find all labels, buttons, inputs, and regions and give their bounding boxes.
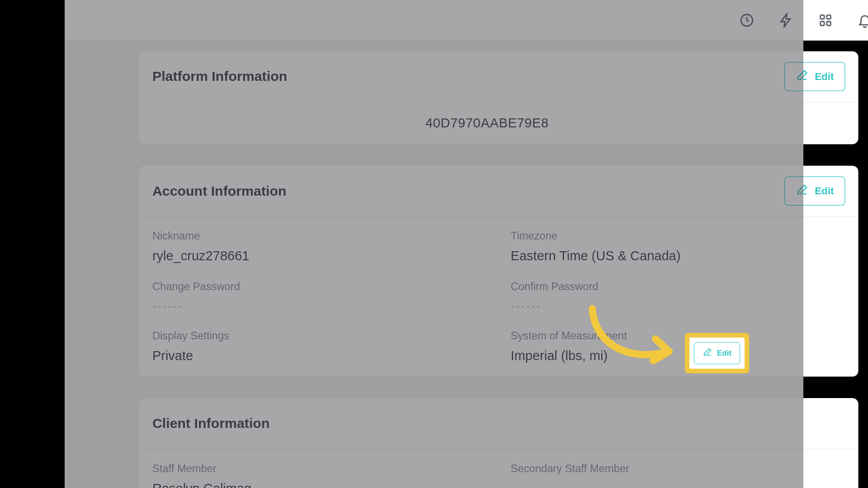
account-information-card: Account Information Edit Nickname ryle_c… (139, 166, 859, 377)
change-password-label: Change Password (152, 281, 487, 293)
svg-rect-1 (821, 15, 825, 19)
highlight-callout: Edit (689, 338, 745, 369)
measurement-value: Imperial (lbs, mi) (511, 348, 845, 363)
account-info-title: Account Information (152, 183, 287, 199)
timezone-value: Eastern Time (US & Canada) (511, 249, 845, 264)
edit-account-button[interactable]: Edit (784, 176, 845, 206)
edit-platform-label: Edit (815, 70, 834, 82)
edit-client-label: Edit (717, 349, 731, 358)
edit-icon (796, 69, 809, 85)
staff-member-value: Roselyn Calimag (152, 481, 487, 488)
timezone-label: Timezone (511, 230, 845, 243)
secondary-staff-label: Secondary Staff Member (511, 463, 845, 475)
client-information-card: Client Information Edit Staff Member Ros… (139, 398, 859, 488)
nickname-label: Nickname (152, 230, 487, 243)
platform-information-card: Platform Information Edit 40D7970AABE79E… (139, 51, 859, 144)
display-settings-value: Private (152, 348, 487, 363)
edit-platform-button[interactable]: Edit (784, 62, 845, 91)
apps-icon[interactable] (817, 12, 834, 28)
staff-member-label: Staff Member (152, 463, 487, 475)
change-password-value: ------ (152, 299, 487, 313)
secondary-staff-value: ------ (511, 481, 845, 488)
display-settings-label: Display Settings (152, 329, 487, 342)
bell-icon[interactable] (857, 12, 868, 28)
top-toolbar (65, 0, 868, 41)
measurement-label: System of Measurement (511, 329, 845, 342)
confirm-password-label: Confirm Password (511, 281, 845, 293)
client-info-title: Client Information (152, 415, 270, 432)
edit-client-button-highlighted[interactable]: Edit (694, 342, 740, 364)
edit-icon (796, 183, 809, 199)
edit-account-label: Edit (815, 185, 834, 197)
svg-rect-4 (827, 21, 831, 25)
clock-icon[interactable] (738, 12, 755, 28)
nickname-value: ryle_cruz278661 (152, 249, 487, 264)
bolt-icon[interactable] (778, 12, 795, 28)
platform-info-title: Platform Information (152, 69, 287, 85)
svg-rect-2 (827, 15, 831, 19)
platform-id-value: 40D7970AABE79E8 (425, 116, 845, 131)
edit-icon (703, 347, 712, 359)
svg-rect-3 (821, 21, 825, 25)
confirm-password-value: ------ (511, 299, 845, 313)
